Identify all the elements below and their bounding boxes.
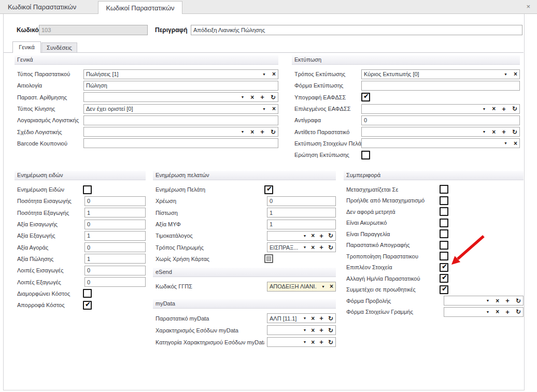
clear-icon[interactable]: × [514,71,517,77]
dropdown-icon[interactable]: ▼ [504,72,507,76]
text-input[interactable]: 0 [84,242,146,252]
text-input[interactable]: 1 [267,220,336,229]
checkbox[interactable] [440,185,448,194]
text-input[interactable]: 1 [84,231,146,241]
combo-field[interactable]: ▼×+↻ [444,307,524,317]
close-icon[interactable]: × [526,0,530,14]
checkbox[interactable]: ✔ [440,285,448,294]
description-input[interactable]: Απόδειξη Λιανικής Πώλησης [191,25,522,35]
add-icon[interactable]: + [502,128,506,135]
dropdown-icon[interactable]: ▼ [303,234,306,238]
clear-icon[interactable]: × [272,106,276,112]
text-input[interactable] [361,81,520,91]
add-icon[interactable]: + [505,309,510,315]
clear-icon[interactable]: × [250,129,254,135]
checkbox[interactable] [440,252,448,260]
combo-field[interactable]: ΑΛΠ [11.1]▼×+↻ [267,313,336,323]
combo-field[interactable]: ΕΙΣΠΡΑΞ...▼×+↻ [267,242,336,252]
add-icon[interactable]: + [319,339,323,345]
dropdown-icon[interactable]: ▼ [241,95,244,99]
text-input[interactable]: 1 [267,208,336,217]
refresh-icon[interactable]: ↻ [328,327,333,333]
dropdown-icon[interactable]: ▼ [482,107,486,111]
clear-icon[interactable]: × [496,298,499,304]
clear-icon[interactable]: × [492,129,496,135]
dropdown-icon[interactable]: ▼ [482,130,486,134]
combo-field[interactable]: ▼×+↻ [83,127,278,137]
text-input[interactable]: 0 [267,196,336,206]
clear-icon[interactable]: × [250,94,254,100]
dropdown-icon[interactable]: ▼ [303,340,306,344]
dropdown-icon[interactable]: ▼ [241,130,244,134]
dropdown-icon[interactable]: ▼ [486,299,489,302]
text-input[interactable]: Πώληση [83,81,278,91]
clear-icon[interactable]: × [514,140,517,147]
text-input[interactable]: 0 [84,220,146,229]
refresh-icon[interactable]: ↻ [516,309,521,315]
text-input[interactable]: 1 [84,208,146,217]
clear-icon[interactable]: × [496,309,499,315]
refresh-icon[interactable]: ↻ [328,244,333,251]
refresh-icon[interactable]: ↻ [271,94,276,100]
checkbox[interactable] [83,185,92,194]
dropdown-icon[interactable]: ▼ [303,245,306,249]
checkbox[interactable]: ✔ [361,93,370,101]
clear-icon[interactable]: × [311,339,315,345]
text-input[interactable] [83,115,278,125]
combo-field[interactable]: ▼×+↻ [361,104,520,114]
checkbox[interactable]: ✔ [264,185,273,194]
refresh-icon[interactable]: ↻ [516,298,521,304]
checkbox[interactable] [440,241,448,250]
combo-field[interactable]: ΑΠΟΔΕΙΞΗ ΛΙΑΝΙ...▼× [267,282,336,292]
combo-field[interactable]: ▼×+↻ [267,231,336,241]
add-icon[interactable]: + [319,244,323,251]
clear-icon[interactable]: × [311,233,315,239]
dropdown-icon[interactable]: ▼ [262,107,266,111]
checkbox[interactable] [361,151,370,159]
combo-field[interactable]: ▼×+↻ [361,127,520,137]
clear-icon[interactable]: × [330,283,333,289]
add-icon[interactable]: + [319,233,323,239]
combo-field[interactable]: ▼×+↻ [444,296,524,306]
checkbox[interactable] [440,229,448,238]
dropdown-icon[interactable]: ▼ [303,328,306,332]
dropdown-icon[interactable]: ▼ [262,72,266,76]
add-icon[interactable]: + [502,106,506,112]
refresh-icon[interactable]: ↻ [271,129,276,135]
combo-field[interactable]: ▼×+↻ [267,325,336,335]
checkbox[interactable] [440,196,448,205]
clear-icon[interactable]: × [311,327,315,333]
add-icon[interactable]: + [260,128,264,135]
add-icon[interactable]: + [505,297,510,304]
checkbox[interactable]: ✔ [83,301,92,310]
checkbox[interactable]: ✔ [440,274,448,283]
checkbox[interactable] [440,219,448,227]
refresh-icon[interactable]: ↻ [512,106,517,112]
clear-icon[interactable]: × [492,106,496,112]
checkbox[interactable] [83,289,92,298]
combo-field[interactable]: Πωλήσεις [1]▼× [83,69,278,79]
dropdown-icon[interactable]: ▼ [321,285,325,288]
document-tab-active[interactable]: Κωδικοί Παραστατικών [98,1,182,14]
tab-syndeseis[interactable]: Συνδέσεις [41,42,77,53]
refresh-icon[interactable]: ↻ [512,129,517,135]
refresh-icon[interactable]: ↻ [328,315,333,322]
clear-icon[interactable]: × [311,315,315,322]
checkbox[interactable] [264,254,273,263]
text-input[interactable]: 0 [361,115,520,125]
dropdown-icon[interactable]: ▼ [504,141,507,145]
dropdown-icon[interactable]: ▼ [486,310,489,314]
combo-field[interactable]: ▼× [361,138,520,148]
combo-field[interactable]: ▼×+↻ [267,337,336,347]
combo-field[interactable]: Κύριος Εκτυπωτής [0]▼× [361,69,520,79]
checkbox[interactable]: ✔ [440,263,448,272]
dropdown-icon[interactable]: ▼ [303,316,306,320]
clear-icon[interactable]: × [311,244,315,251]
text-input[interactable]: 1 [84,254,146,264]
clear-icon[interactable]: × [272,71,276,77]
combo-field[interactable]: ▼×+↻ [83,92,278,102]
text-input[interactable]: 0 [84,266,146,275]
text-input[interactable]: 0 [84,196,146,206]
refresh-icon[interactable]: ↻ [328,233,333,239]
checkbox[interactable] [440,207,448,216]
